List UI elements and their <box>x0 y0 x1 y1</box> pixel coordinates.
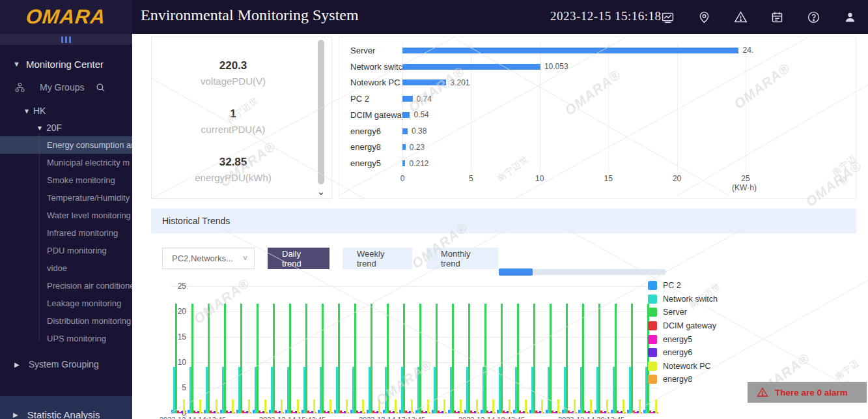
bar-value-label: 0.212 <box>409 159 428 168</box>
bar <box>402 96 413 102</box>
y-tick-label: 25 <box>173 282 186 291</box>
tree-item[interactable]: PDU monitoring <box>0 242 132 259</box>
legend-label: DCIM gateway <box>663 321 716 330</box>
bar-category-label: energy5 <box>350 158 402 168</box>
tree-item[interactable]: Water level monitoring <box>0 207 132 224</box>
bar <box>185 412 187 413</box>
legend-item-energy5[interactable]: energy5 <box>648 332 718 346</box>
bar-group <box>301 304 316 413</box>
legend-item-energy8[interactable]: energy8 <box>648 373 718 386</box>
bar <box>419 304 421 413</box>
bar <box>566 304 568 413</box>
log-calendar-icon[interactable] <box>759 0 795 34</box>
tree-node-label: HK <box>33 106 46 116</box>
bar <box>494 412 496 413</box>
header-datetime: 2023-12-15 15:16:18 <box>550 9 661 23</box>
alarm-badge[interactable]: There are 0 alarm <box>748 382 867 403</box>
user-icon[interactable] <box>832 0 868 34</box>
trend-button-weekly-trend[interactable]: Weekly trend <box>343 248 412 269</box>
tree-item[interactable]: Temperature/Humidity <box>0 189 132 207</box>
chevron-down-icon: ˅ <box>243 254 247 263</box>
tree-items: Energy consumption anMunicipal electrici… <box>0 136 132 347</box>
trend-button-daily-trend[interactable]: Daily trend <box>268 248 329 269</box>
screen-chart-icon[interactable] <box>649 0 686 34</box>
legend-item-pc-2[interactable]: PC 2 <box>648 279 718 293</box>
bar-group <box>367 304 382 413</box>
trend-button-monthly-trend[interactable]: Monthly trend <box>427 248 498 269</box>
legend-item-network-switch[interactable]: Network switch <box>648 293 718 306</box>
bar <box>511 412 512 413</box>
x-tick-label: 2023-12-14 17:13:45 <box>359 416 425 419</box>
hbar-rows: Server24.Network switch10.053Notework PC… <box>350 42 849 171</box>
sidebar-collapse-button[interactable] <box>0 34 132 45</box>
tree-item[interactable]: vidoe <box>0 259 132 277</box>
tree-item[interactable]: Leakage monitoring <box>0 295 132 312</box>
alarm-warning-icon[interactable] <box>722 0 759 34</box>
search-icon[interactable] <box>95 82 106 93</box>
bar-group <box>285 304 300 413</box>
tree-item[interactable]: Precision air conditione <box>0 277 132 295</box>
bar <box>476 399 478 413</box>
sidebar-item-my-groups[interactable]: My Groups <box>0 76 132 98</box>
scrollbar-down-arrow[interactable]: ⌄ <box>316 188 326 198</box>
bar <box>527 412 529 413</box>
sidebar-item-monitoring-center[interactable]: ▼ Monitoring Center <box>0 51 132 76</box>
bar <box>175 304 177 413</box>
stat-value: 220.3 <box>152 59 315 72</box>
system-grouping-label: System Grouping <box>29 359 99 369</box>
stat-voltage: 220.3 voltagePDU(V) <box>152 59 315 87</box>
help-icon[interactable] <box>795 0 832 34</box>
sidebar-item-statistic-analysis[interactable]: ▶ Statistic Analysis <box>0 403 132 419</box>
device-select[interactable]: PC2,Networks... ˅ <box>162 248 255 269</box>
legend-item-energy6[interactable]: energy6 <box>648 346 718 360</box>
tree-node-20f[interactable]: ▼ 20F <box>0 119 132 136</box>
scrollbar-thumb[interactable] <box>318 40 324 184</box>
location-icon[interactable] <box>686 0 722 34</box>
data-zoom-slider[interactable] <box>499 269 666 275</box>
logo: OMARA <box>0 0 132 34</box>
sidebar-item-system-grouping[interactable]: ▶ System Grouping <box>0 351 132 377</box>
legend-item-dcim-gateway[interactable]: DCIM gateway <box>648 319 718 333</box>
legend-label: energy8 <box>663 375 692 384</box>
logo-text: OMARA <box>25 5 107 29</box>
bar <box>224 304 226 413</box>
legend-label: Server <box>663 308 687 317</box>
bar-group <box>595 304 609 413</box>
bar-group <box>383 304 398 413</box>
legend-item-server[interactable]: Server <box>648 306 718 319</box>
bar-group <box>415 304 430 413</box>
legend-swatch <box>648 362 657 371</box>
bar <box>484 304 486 413</box>
bar-category-label: DCIM gateway <box>350 110 402 120</box>
my-groups-label: My Groups <box>40 82 84 93</box>
tree-node-hk[interactable]: ▼ HK <box>0 102 132 119</box>
tree-item[interactable]: Municipal electricity m <box>0 154 132 171</box>
bar <box>346 399 348 413</box>
slider-thumb[interactable] <box>499 268 533 276</box>
x-tick-label: 25 <box>741 174 749 183</box>
legend-item-notework-pc[interactable]: Notework PC <box>648 360 718 373</box>
bar-value-label: 0.54 <box>413 110 428 119</box>
bar <box>395 399 397 413</box>
bar-group <box>562 304 577 413</box>
bar <box>257 304 259 413</box>
bar-group <box>220 304 235 413</box>
tree-item[interactable]: Distribution monitoring <box>0 312 132 330</box>
bar <box>590 399 592 413</box>
x-tick-label: 2023-12-14 15:43:45 <box>259 416 326 419</box>
hbar-row: energy80.23 <box>350 139 849 156</box>
bar <box>364 412 366 413</box>
tree-item[interactable]: Energy consumption an <box>0 136 132 154</box>
bar <box>574 399 576 413</box>
tree-item[interactable]: Infrared monitoring <box>0 224 132 242</box>
bar-category-label: energy8 <box>350 142 402 152</box>
bar <box>402 64 540 70</box>
bar-group <box>497 304 512 413</box>
bar <box>250 412 252 413</box>
tree-item[interactable]: UPS monitoring <box>0 330 132 347</box>
chevron-down-icon: ▼ <box>23 108 30 115</box>
tree-item[interactable]: Smoke monitoring <box>0 171 132 189</box>
stat-current: 1 currentPDU(A) <box>152 108 315 135</box>
bar-group <box>448 304 463 413</box>
bar-group <box>481 304 496 413</box>
